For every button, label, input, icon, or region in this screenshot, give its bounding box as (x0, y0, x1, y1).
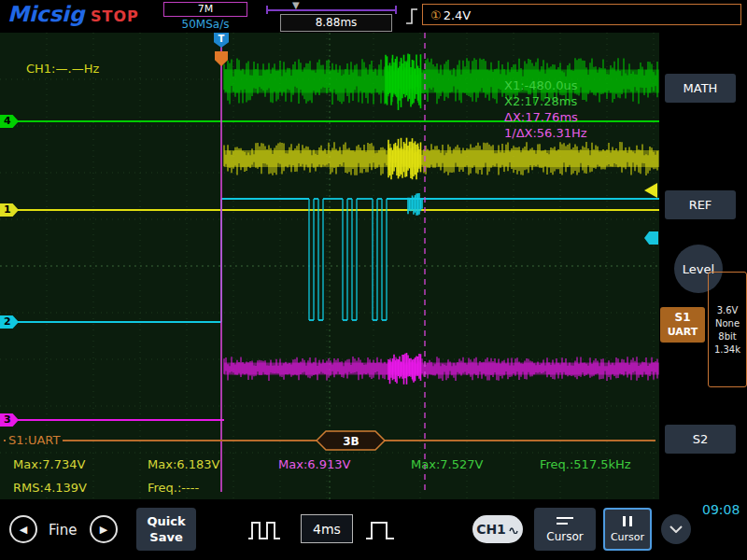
cursor-toggle-button[interactable]: Cursor (603, 508, 652, 551)
top-bar: Micsig STOP 7M 50MSa/s ▼ 8.88ms ①2.4V (0, 0, 747, 33)
measurement-ch1-rms: RMS:4.139V (13, 481, 87, 495)
uart-decode-bubble: 3B (316, 430, 387, 451)
measurement-ch4-freq: Freq.:517.5kHz (540, 457, 631, 471)
quick-save-button[interactable]: Quick Save (136, 508, 196, 551)
timebase-slider-track (266, 9, 397, 11)
ch1-button-label: CH1 (476, 522, 506, 537)
s2-button[interactable]: S2 (665, 425, 736, 454)
left-triangle-icon: ◀ (20, 524, 27, 536)
right-menu: MATH REF Level S1 UART 3.6V None 8bit 1.… (659, 33, 747, 499)
cursor-x2-value: X2:17.28ms (504, 93, 587, 109)
cursor-toggle-label: Cursor (611, 531, 644, 543)
cursor-bars-icon (620, 515, 635, 527)
uart-settings-panel[interactable]: 3.6V None 8bit 1.34k (708, 272, 747, 387)
timebase-slider[interactable]: ▼ (266, 3, 397, 14)
cursor-invdx-value: 1/ΔX:56.31Hz (504, 125, 587, 141)
cursor-menu-label: Cursor (546, 530, 583, 543)
measurement-max-2: Max:6.183V (148, 457, 219, 471)
cursor-dx-value: ΔX:17.76ms (504, 109, 587, 125)
measurement-freq-2: Freq.:---- (148, 481, 199, 495)
ref-button[interactable]: REF (665, 190, 736, 219)
ch1-button[interactable]: CH1 (472, 515, 523, 543)
timebase-slider-thumb[interactable]: ▼ (292, 1, 300, 10)
uart-decode-value: 3B (343, 435, 359, 448)
chevron-down-icon (669, 525, 683, 533)
bottom-toolbar: ◀ Fine ▶ Quick Save 4ms CH1 Cursor Curso… (0, 499, 747, 560)
measurement-ch4-max: Max:7.527V (411, 457, 483, 471)
trigger-level-marker[interactable] (644, 183, 657, 198)
trigger-frequency-readout: CH1:—.—Hz (26, 62, 99, 76)
math-button[interactable]: MATH (665, 74, 736, 103)
cursor-x1-value: X1:-480.0us (504, 77, 587, 93)
s1-label: S1 (660, 311, 705, 325)
acquisition-info[interactable]: 7M 50MSa/s (163, 2, 247, 31)
collapse-button[interactable] (661, 514, 691, 544)
pulse-train-icon[interactable] (247, 518, 291, 542)
fine-label: Fine (49, 522, 77, 539)
next-button[interactable]: ▶ (90, 515, 118, 543)
uart-databits: 8bit (718, 331, 736, 342)
trigger-edge-icon (404, 6, 419, 26)
run-state-indicator[interactable]: STOP (91, 7, 139, 25)
memory-depth: 7M (163, 2, 247, 17)
single-pulse-icon[interactable] (364, 518, 398, 542)
measurement-ch1-max: Max:7.734V (13, 457, 85, 471)
sample-rate: 50MSa/s (163, 18, 247, 31)
quick-save-label-2: Save (149, 529, 182, 545)
right-triangle-icon: ▶ (100, 524, 107, 536)
uart-threshold: 3.6V (717, 305, 739, 315)
brand-logo: Micsig (7, 2, 84, 26)
trigger-level-value: 2.4V (444, 8, 472, 22)
trigger-info-box[interactable]: ①2.4V (422, 4, 741, 25)
window-time-readout[interactable]: 8.88ms (280, 14, 392, 32)
quick-save-label-1: Quick (147, 513, 185, 529)
clock: 09:08 (702, 502, 740, 517)
bus-s1-label: S1:UART (6, 433, 63, 447)
uart-parity: None (715, 318, 740, 329)
measurement-ch3-max: Max:6.913V (278, 457, 350, 471)
prev-button[interactable]: ◀ (9, 515, 37, 543)
s1-sub-label: UART (660, 325, 705, 339)
cursor-menu-button[interactable]: Cursor (534, 508, 596, 551)
time-per-div-button[interactable]: 4ms (301, 514, 353, 543)
menu-lines-icon (555, 516, 575, 526)
measurements-row-2: RMS:4.139V Freq.:---- (0, 481, 659, 496)
uart-baudrate: 1.34k (714, 344, 740, 355)
wave-icon (509, 525, 519, 534)
trigger-source: ① (430, 8, 442, 22)
measurements-row-1: Max:7.734V Max:6.183V Max:6.913V Max:7.5… (0, 457, 659, 472)
cursor-readout: X1:-480.0us X2:17.28ms ΔX:17.76ms 1/ΔX:5… (504, 77, 587, 141)
s1-uart-button[interactable]: S1 UART (660, 307, 705, 343)
waveform-display[interactable]: T CH1:—.—Hz X1:-480.0us X2:17.28ms ΔX:17… (0, 33, 659, 499)
